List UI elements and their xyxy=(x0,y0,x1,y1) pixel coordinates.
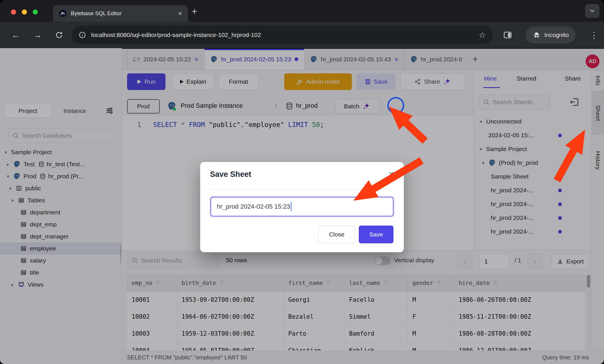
save-sheet-dialog: Save Sheet × hr_prod 2024-02-05 15:23 Cl… xyxy=(200,162,404,252)
browser-tab[interactable]: Bytebase SQL Editor × xyxy=(53,5,188,22)
bookmark-star-icon[interactable]: ☆ xyxy=(479,30,486,40)
browser-tab-strip: Bytebase SQL Editor × + xyxy=(0,0,604,22)
new-tab-icon[interactable]: + xyxy=(192,6,197,17)
dialog-save-button[interactable]: Save xyxy=(359,226,393,243)
forward-icon[interactable]: → xyxy=(33,30,42,40)
address-bar[interactable]: localhost:8080/sql-editor/prod-sample-in… xyxy=(72,26,493,44)
traffic-light-zoom[interactable] xyxy=(33,9,38,15)
sheet-name-input[interactable]: hr_prod 2024-02-05 15:23 xyxy=(211,197,393,216)
browser-navbar: ← → localhost:8080/sql-editor/prod-sampl… xyxy=(0,22,604,48)
traffic-light-minimize[interactable] xyxy=(22,9,27,15)
url-text[interactable]: localhost:8080/sql-editor/prod-sample-in… xyxy=(91,32,474,38)
site-info-icon[interactable] xyxy=(79,31,86,39)
text-cursor xyxy=(291,202,291,211)
incognito-icon xyxy=(532,31,541,39)
incognito-badge: Incognito xyxy=(525,26,576,44)
reload-icon[interactable] xyxy=(55,31,63,39)
side-panel-icon[interactable] xyxy=(503,30,512,40)
traffic-light-close[interactable] xyxy=(11,9,16,15)
browser-tab-title: Bytebase SQL Editor xyxy=(71,10,174,17)
dialog-title: Save Sheet xyxy=(210,170,251,179)
bytebase-favicon xyxy=(59,9,67,17)
incognito-label: Incognito xyxy=(544,32,569,38)
browser-tab-close-icon[interactable]: × xyxy=(178,9,182,17)
back-icon[interactable]: ← xyxy=(11,30,20,40)
screen: Bytebase SQL Editor × + ← → localhost:80… xyxy=(0,0,604,364)
dialog-divider xyxy=(209,189,395,189)
browser-menu-icon[interactable]: ⋮ xyxy=(590,30,598,40)
close-button[interactable]: Close xyxy=(318,226,355,243)
tab-search-chevron-icon[interactable] xyxy=(585,4,599,18)
dialog-close-icon[interactable]: × xyxy=(389,169,394,179)
